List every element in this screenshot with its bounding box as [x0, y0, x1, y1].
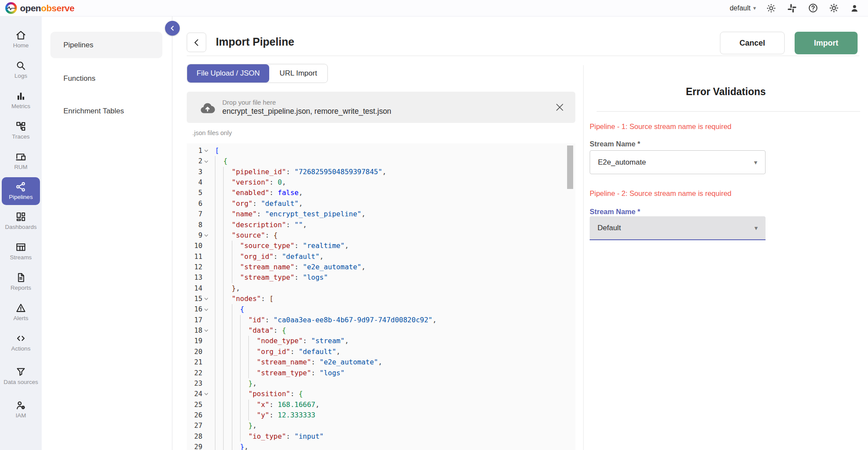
indent-guide: [240, 431, 248, 442]
sidebar-item-dashboards[interactable]: Dashboards: [0, 206, 42, 236]
code-token: :: [274, 325, 282, 336]
code-line[interactable]: 20"org_id": "default",: [187, 347, 575, 357]
fold-chevron-icon[interactable]: [202, 294, 210, 304]
code-token: "default": [299, 347, 337, 357]
indent-guide: [223, 177, 231, 188]
code-line[interactable]: 26"y": 12.333333: [187, 410, 575, 420]
code-token: :: [286, 431, 294, 442]
sidebar-item-label: IAM: [16, 412, 26, 420]
code-line[interactable]: 3"pipeline_id": "7268259504859397845",: [187, 167, 575, 177]
sub-sidebar-item-pipelines[interactable]: Pipelines: [50, 32, 162, 58]
header-actions: default ▾: [729, 3, 868, 14]
code-token: "logs": [303, 272, 328, 283]
line-number: 11: [187, 251, 202, 262]
file-dropzone[interactable]: Drop your file here encrypt_test_pipelin…: [187, 92, 575, 123]
sidebar-item-pipelines[interactable]: Pipelines: [2, 177, 40, 205]
import-button[interactable]: Import: [795, 32, 858, 54]
org-selector-dropdown[interactable]: default ▾: [729, 4, 756, 12]
fold-chevron-icon[interactable]: [202, 146, 210, 156]
openobserve-logo[interactable]: openobserve: [0, 2, 74, 14]
code-line[interactable]: 6"org": "default",: [187, 199, 575, 209]
profile-icon[interactable]: [849, 3, 860, 14]
fold-gutter: [202, 400, 210, 410]
sidebar-item-rum[interactable]: RUM: [0, 146, 42, 176]
code-line[interactable]: 8"description": "",: [187, 220, 575, 230]
code-line[interactable]: 1[: [187, 146, 575, 156]
code-text: {: [215, 304, 244, 314]
code-line[interactable]: 27},: [187, 420, 575, 431]
json-code-editor[interactable]: 1[2{3"pipeline_id": "7268259504859397845…: [187, 143, 575, 450]
streams-icon: [15, 242, 26, 253]
sidebar-item-actions[interactable]: Actions: [0, 328, 42, 358]
fold-chevron-icon[interactable]: [202, 156, 210, 166]
stream-name-select-2[interactable]: Default▾: [590, 216, 766, 240]
code-line[interactable]: 29},: [187, 442, 575, 450]
fold-chevron-icon[interactable]: [202, 325, 210, 336]
fold-chevron-icon[interactable]: [202, 304, 210, 314]
code-line[interactable]: 9"source": {: [187, 230, 575, 241]
code-line[interactable]: 4"version": 0,: [187, 177, 575, 188]
light-mode-icon[interactable]: [766, 3, 777, 14]
code-line[interactable]: 11"org_id": "default",: [187, 251, 575, 262]
tab-url-import[interactable]: URL Import: [269, 64, 327, 83]
code-line[interactable]: 15"nodes": [: [187, 294, 575, 304]
sidebar-item-reports[interactable]: Reports: [0, 267, 42, 297]
sidebar-item-streams[interactable]: Streams: [0, 236, 42, 267]
code-line[interactable]: 21"stream_name": "e2e_automate",: [187, 357, 575, 367]
code-line[interactable]: 23},: [187, 378, 575, 389]
fold-gutter: [202, 378, 210, 389]
fold-chevron-icon[interactable]: [202, 389, 210, 399]
code-line[interactable]: 24"position": {: [187, 389, 575, 399]
dropzone-close-button[interactable]: [554, 102, 565, 112]
code-line[interactable]: 5"enabled": false,: [187, 188, 575, 198]
code-line[interactable]: 16{: [187, 304, 575, 314]
sidebar-item-traces[interactable]: Traces: [0, 116, 42, 146]
code-token: "stream_type": [240, 272, 294, 283]
code-line[interactable]: 12"stream_name": "e2e_automate",: [187, 262, 575, 272]
sidebar-item-alerts[interactable]: Alerts: [0, 297, 42, 328]
slack-icon[interactable]: [786, 3, 798, 14]
code-token: :: [274, 251, 282, 262]
code-text: "x": 168.16667,: [215, 400, 320, 410]
code-line[interactable]: 17"id": "ca0aa3ea-ee8b-4b67-9d97-747d008…: [187, 315, 575, 325]
code-line[interactable]: 18"data": {: [187, 325, 575, 336]
code-line[interactable]: 13"stream_type": "logs": [187, 272, 575, 283]
indent-guide: [215, 230, 223, 241]
sidebar-item-iam[interactable]: IAM: [0, 394, 42, 425]
sub-sidebar-item-enrichment-tables[interactable]: Enrichment Tables: [50, 98, 162, 124]
fold-chevron-icon[interactable]: [202, 230, 210, 241]
line-number: 7: [187, 209, 202, 219]
sidebar-item-data-sources[interactable]: Data sources: [0, 358, 42, 394]
code-token: "position": [248, 389, 290, 399]
code-line[interactable]: 10"source_type": "realtime",: [187, 241, 575, 251]
sidebar-collapse-button[interactable]: [165, 21, 180, 36]
indent-guide: [215, 167, 223, 177]
code-line[interactable]: 2{: [187, 156, 575, 166]
main-content: Import Pipeline Cancel Import File Uploa…: [172, 17, 868, 450]
sidebar-item-logs[interactable]: Logs: [0, 55, 42, 85]
stream-name-value: Default: [597, 224, 621, 232]
code-token: ,: [345, 336, 349, 346]
code-line[interactable]: 14},: [187, 283, 575, 294]
code-line[interactable]: 7"name": "encrypt_test_pipeline",: [187, 209, 575, 219]
cancel-button[interactable]: Cancel: [720, 32, 785, 54]
code-line[interactable]: 28"io_type": "input": [187, 431, 575, 442]
editor-scrollbar[interactable]: [567, 146, 573, 189]
code-token: "source_type": [240, 241, 294, 251]
tab-file-upload-json[interactable]: File Upload / JSON: [187, 64, 269, 83]
fold-gutter: [202, 241, 210, 251]
code-line[interactable]: 22"stream_type": "logs": [187, 368, 575, 378]
back-button[interactable]: [187, 33, 206, 52]
stream-name-select-1[interactable]: E2e_automate▾: [590, 150, 766, 174]
fold-gutter: [202, 220, 210, 230]
indent-guide: [215, 357, 223, 367]
settings-icon[interactable]: [828, 3, 839, 14]
alerts-icon: [15, 302, 26, 314]
code-line[interactable]: 25"x": 168.16667,: [187, 400, 575, 410]
help-icon[interactable]: [807, 3, 818, 14]
sidebar-item-home[interactable]: Home: [0, 24, 42, 55]
code-line[interactable]: 19"node_type": "stream",: [187, 336, 575, 346]
sidebar-item-metrics[interactable]: Metrics: [0, 85, 42, 116]
sub-sidebar-item-functions[interactable]: Functions: [50, 65, 162, 92]
indent-guide: [232, 336, 240, 346]
